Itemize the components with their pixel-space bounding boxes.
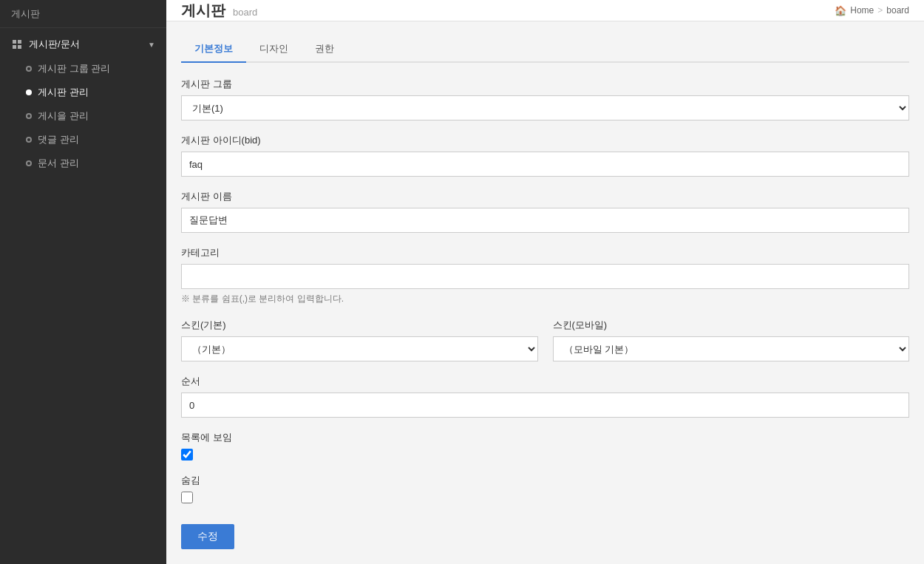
tab-permissions[interactable]: 권한 xyxy=(302,36,347,63)
tab-design[interactable]: 디자인 xyxy=(246,36,302,63)
order-input[interactable] xyxy=(181,393,909,418)
name-label: 게시판 이름 xyxy=(181,190,909,203)
breadcrumb-current: board xyxy=(886,5,909,16)
group-select[interactable]: 기본(1) xyxy=(181,95,909,120)
circle-icon xyxy=(26,113,32,119)
sidebar-header: 게시판 xyxy=(0,0,166,28)
svg-rect-1 xyxy=(18,40,21,44)
form-section-hidden: 숨김 xyxy=(181,474,909,503)
skin-default-select[interactable]: （기본） xyxy=(181,336,538,361)
sidebar-item-docs[interactable]: 문서 관리 xyxy=(0,152,166,175)
grid-icon xyxy=(11,38,23,50)
visible-checkbox-wrap xyxy=(181,449,909,461)
breadcrumb: 🏠 Home > board xyxy=(835,5,909,16)
sidebar-item-label: 댓글 관리 xyxy=(38,133,79,146)
sidebar-section-label: 게시판/문서 xyxy=(29,38,80,51)
skin-mobile-label: 스킨(모바일) xyxy=(553,319,910,332)
form-section-category: 카테고리 ※ 분류를 쉼표(,)로 분리하여 입력합니다. xyxy=(181,246,909,305)
sidebar-title: 게시판 xyxy=(11,7,40,21)
submit-button[interactable]: 수정 xyxy=(181,524,234,549)
sidebar-item-posts[interactable]: 게시을 관리 xyxy=(0,104,166,128)
chevron-down-icon: ▼ xyxy=(148,41,155,49)
sidebar-item-group[interactable]: 게시판 그룹 관리 xyxy=(0,57,166,81)
skin-mobile-select[interactable]: （모바일 기본） xyxy=(553,336,910,361)
circle-icon xyxy=(26,137,32,143)
main-content: 게시판 board 🏠 Home > board 기본정보 디자인 권한 xyxy=(166,0,924,564)
sidebar-section-board[interactable]: 게시판/문서 ▼ xyxy=(0,32,166,57)
breadcrumb-home: Home xyxy=(850,5,874,16)
sidebar: 게시판 게시판/문서 ▼ 게시판 그룹 관리 xyxy=(0,0,166,564)
sidebar-item-manage[interactable]: 게시판 관리 xyxy=(0,81,166,104)
content-area: 기본정보 디자인 권한 게시판 그룹 기본(1) 게시판 아이디(bid) xyxy=(166,21,924,564)
svg-rect-3 xyxy=(18,45,21,49)
circle-icon xyxy=(26,160,32,166)
sidebar-item-comments[interactable]: 댓글 관리 xyxy=(0,128,166,152)
sidebar-menu: 게시판/문서 ▼ 게시판 그룹 관리 게시판 관리 게시을 관리 댓글 관리 문… xyxy=(0,28,166,175)
form-section-skins: 스킨(기본) （기본） 스킨(모바일) （모바일 기본） xyxy=(181,319,909,361)
svg-rect-2 xyxy=(13,45,16,49)
circle-icon xyxy=(26,66,32,72)
hidden-label: 숨김 xyxy=(181,474,909,487)
order-label: 순서 xyxy=(181,375,909,388)
topbar: 게시판 board 🏠 Home > board xyxy=(166,0,924,21)
form-section-bid: 게시판 아이디(bid) xyxy=(181,134,909,177)
category-input[interactable] xyxy=(181,264,909,289)
name-input[interactable] xyxy=(181,208,909,233)
skin-mobile-section: 스킨(모바일) （모바일 기본） xyxy=(553,319,910,361)
bid-input[interactable] xyxy=(181,152,909,177)
sidebar-item-label: 게시판 그룹 관리 xyxy=(38,62,110,75)
sidebar-item-label: 게시판 관리 xyxy=(38,86,89,99)
circle-icon-filled xyxy=(26,89,32,95)
form: 게시판 그룹 기본(1) 게시판 아이디(bid) 게시판 이름 카테고리 ※ … xyxy=(181,78,909,549)
breadcrumb-separator: > xyxy=(877,5,883,16)
page-title-area: 게시판 board xyxy=(181,1,257,21)
sidebar-item-label: 게시을 관리 xyxy=(38,109,89,123)
form-section-name: 게시판 이름 xyxy=(181,190,909,233)
group-label: 게시판 그룹 xyxy=(181,78,909,91)
tab-bar: 기본정보 디자인 권한 xyxy=(181,36,909,63)
category-hint: ※ 분류를 쉼표(,)로 분리하여 입력합니다. xyxy=(181,293,909,305)
hidden-checkbox-wrap xyxy=(181,492,909,503)
skin-default-section: 스킨(기본) （기본） xyxy=(181,319,538,361)
category-label: 카테고리 xyxy=(181,246,909,259)
bid-label: 게시판 아이디(bid) xyxy=(181,134,909,147)
sidebar-item-label: 문서 관리 xyxy=(38,157,79,170)
page-subtitle: board xyxy=(233,7,257,18)
form-section-visible: 목록에 보임 xyxy=(181,431,909,461)
form-section-group: 게시판 그룹 기본(1) xyxy=(181,78,909,120)
svg-rect-0 xyxy=(13,40,16,44)
hidden-checkbox[interactable] xyxy=(181,492,193,503)
visible-label: 목록에 보임 xyxy=(181,431,909,444)
visible-checkbox[interactable] xyxy=(181,449,193,461)
form-section-order: 순서 xyxy=(181,375,909,418)
home-icon: 🏠 xyxy=(835,5,846,16)
page-title: 게시판 xyxy=(181,1,225,21)
tab-basic-info[interactable]: 기본정보 xyxy=(181,36,246,63)
skin-default-label: 스킨(기본) xyxy=(181,319,538,332)
